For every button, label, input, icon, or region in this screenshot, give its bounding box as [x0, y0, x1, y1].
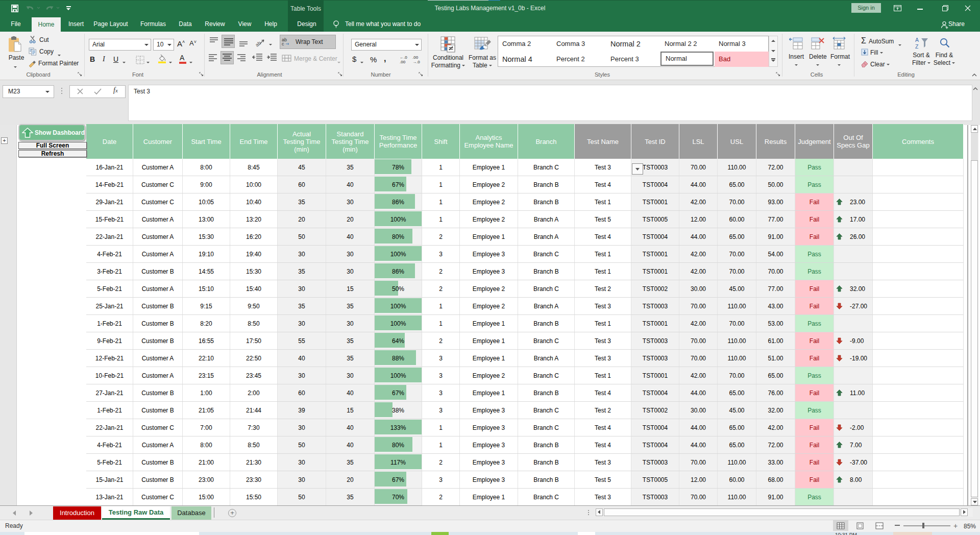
svg-text:.00: .00: [400, 60, 406, 64]
svg-text:.00: .00: [412, 55, 419, 60]
svg-text:ab: ab: [255, 40, 262, 48]
svg-text:←.0: ←.0: [400, 55, 407, 60]
svg-text:A: A: [915, 37, 919, 43]
svg-text:c: c: [282, 41, 284, 46]
svg-text:Z: Z: [915, 43, 919, 50]
svg-text:→.0: →.0: [412, 60, 420, 64]
